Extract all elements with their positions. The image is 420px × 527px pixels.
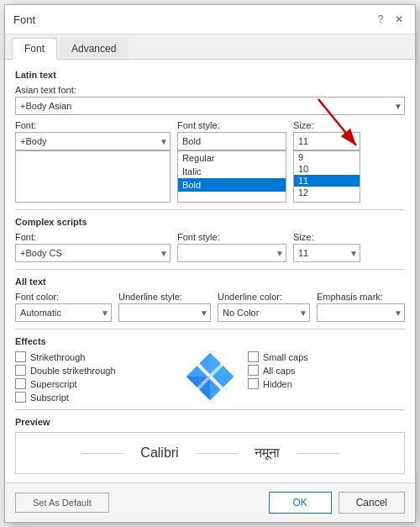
- cs-size-select[interactable]: 11: [293, 244, 360, 262]
- asian-font-select[interactable]: +Body Asian: [15, 97, 405, 115]
- underline-color-select[interactable]: No Color: [218, 303, 310, 322]
- ok-button[interactable]: OK: [269, 492, 332, 514]
- font-dialog: Font ? ✕ Font Advanced Latin text Asian …: [4, 4, 416, 523]
- size-12[interactable]: 12: [294, 187, 360, 198]
- cs-size-col: Size: 11 ▼: [293, 232, 360, 262]
- font-style-listbox[interactable]: Regular Italic Bold: [177, 150, 286, 203]
- underline-color-label: Underline color:: [218, 292, 310, 302]
- preview-label: Preview: [15, 417, 405, 427]
- subscript-checkbox[interactable]: [15, 392, 26, 403]
- effects-right: Small caps All caps Hidden: [248, 351, 405, 389]
- title-bar-left: Font: [13, 13, 35, 26]
- emphasis-select-container: ▼: [317, 303, 405, 322]
- font-col: Font: +Body ▼: [15, 120, 171, 203]
- strikethrough-item[interactable]: Strikethrough: [15, 351, 172, 362]
- tab-font[interactable]: Font: [12, 38, 57, 60]
- cs-style-label: Font style:: [177, 232, 286, 242]
- help-button[interactable]: ?: [373, 12, 388, 27]
- double-strikethrough-label: Double strikethrough: [30, 366, 116, 376]
- dialog-footer: Set As Default OK Cancel: [5, 482, 415, 522]
- tabs-bar: Font Advanced: [5, 34, 415, 60]
- divider-3: [15, 329, 405, 329]
- divider-4: [15, 409, 405, 410]
- title-icons: ? ✕: [373, 12, 407, 27]
- all-text-label: All text: [15, 277, 405, 287]
- double-strikethrough-item[interactable]: Double strikethrough: [15, 365, 172, 376]
- font-color-col: Font color: Automatic ▼: [15, 292, 112, 322]
- hidden-checkbox[interactable]: [248, 378, 259, 389]
- strikethrough-checkbox[interactable]: [15, 351, 26, 362]
- hidden-item[interactable]: Hidden: [248, 378, 405, 389]
- font-style-input[interactable]: [177, 132, 286, 150]
- asian-font-select-container: +Body Asian ▼: [15, 97, 405, 115]
- size-list[interactable]: 9 10 11 12: [293, 150, 360, 203]
- emphasis-label: Emphasis mark:: [317, 292, 405, 302]
- cs-style-col: Font style: ▼: [177, 232, 286, 262]
- font-listbox[interactable]: [15, 150, 171, 203]
- cs-size-select-container: 11 ▼: [293, 244, 360, 262]
- divider-2: [15, 269, 405, 270]
- font-style-label: Font style:: [177, 120, 286, 130]
- size-9[interactable]: 9: [294, 151, 360, 163]
- superscript-checkbox[interactable]: [15, 378, 26, 389]
- underline-color-col: Underline color: No Color ▼: [218, 292, 310, 322]
- title-bar: Font ? ✕: [5, 5, 415, 34]
- effects-center-icon: [172, 351, 248, 402]
- underline-style-select[interactable]: [118, 303, 211, 322]
- font-style-col: Font style: Regular Italic Bold: [177, 120, 286, 203]
- small-caps-checkbox[interactable]: [248, 351, 259, 362]
- superscript-label: Superscript: [30, 379, 77, 389]
- effects-row: Strikethrough Double strikethrough Super…: [15, 351, 405, 403]
- subscript-item[interactable]: Subscript: [15, 392, 172, 403]
- cs-size-label: Size:: [293, 232, 360, 242]
- size-11[interactable]: 11: [294, 175, 360, 187]
- complex-scripts-label: Complex scripts: [15, 217, 405, 227]
- subscript-label: Subscript: [30, 393, 69, 403]
- set-default-button[interactable]: Set As Default: [15, 493, 109, 513]
- preview-text2: नमूना: [255, 445, 280, 461]
- hidden-label: Hidden: [263, 379, 292, 389]
- font-label: Font:: [15, 120, 171, 130]
- small-caps-item[interactable]: Small caps: [248, 351, 405, 362]
- dialog-title: Font: [13, 13, 35, 26]
- diamond-x-icon: [185, 351, 235, 402]
- style-bold[interactable]: Bold: [178, 178, 286, 192]
- cs-style-select[interactable]: [177, 244, 286, 262]
- superscript-item[interactable]: Superscript: [15, 378, 172, 389]
- all-caps-item[interactable]: All caps: [248, 365, 405, 376]
- style-italic[interactable]: Italic: [178, 165, 286, 178]
- complex-row: Font: +Body CS ▼ Font style: ▼: [15, 232, 405, 262]
- svg-marker-6: [210, 353, 234, 377]
- emphasis-col: Emphasis mark: ▼: [317, 292, 405, 322]
- cs-style-select-container: ▼: [177, 244, 286, 262]
- font-color-label: Font color:: [15, 292, 112, 302]
- preview-line-left: [81, 453, 123, 454]
- small-caps-label: Small caps: [263, 352, 308, 362]
- effects-left: Strikethrough Double strikethrough Super…: [15, 351, 172, 403]
- size-input[interactable]: [293, 132, 360, 150]
- preview-line-right: [297, 453, 339, 454]
- tab-advanced[interactable]: Advanced: [59, 38, 129, 59]
- preview-line-mid: [196, 453, 238, 454]
- all-caps-label: All caps: [263, 366, 296, 376]
- cs-font-label: Font:: [15, 232, 171, 242]
- all-text-row: Font color: Automatic ▼ Underline style:…: [15, 292, 405, 322]
- underline-style-label: Underline style:: [118, 292, 211, 302]
- size-label: Size:: [293, 120, 360, 130]
- emphasis-select[interactable]: [317, 303, 405, 322]
- font-select[interactable]: +Body: [15, 132, 171, 150]
- underline-style-col: Underline style: ▼: [118, 292, 211, 322]
- size-10[interactable]: 10: [294, 163, 360, 175]
- asian-font-col: Asian text font: +Body Asian ▼: [15, 85, 405, 115]
- size-col: Size: 9 10 11 12: [293, 120, 360, 203]
- font-color-select-container: Automatic ▼: [15, 303, 112, 322]
- all-caps-checkbox[interactable]: [248, 365, 259, 376]
- preview-box: Calibri नमूना: [15, 432, 405, 474]
- font-color-select[interactable]: Automatic: [15, 303, 112, 322]
- double-strikethrough-checkbox[interactable]: [15, 365, 26, 376]
- style-regular[interactable]: Regular: [178, 151, 286, 165]
- cancel-button[interactable]: Cancel: [339, 492, 405, 514]
- close-button[interactable]: ✕: [391, 12, 407, 27]
- cs-font-select[interactable]: +Body CS: [15, 244, 171, 262]
- asian-font-row: Asian text font: +Body Asian ▼: [15, 85, 405, 115]
